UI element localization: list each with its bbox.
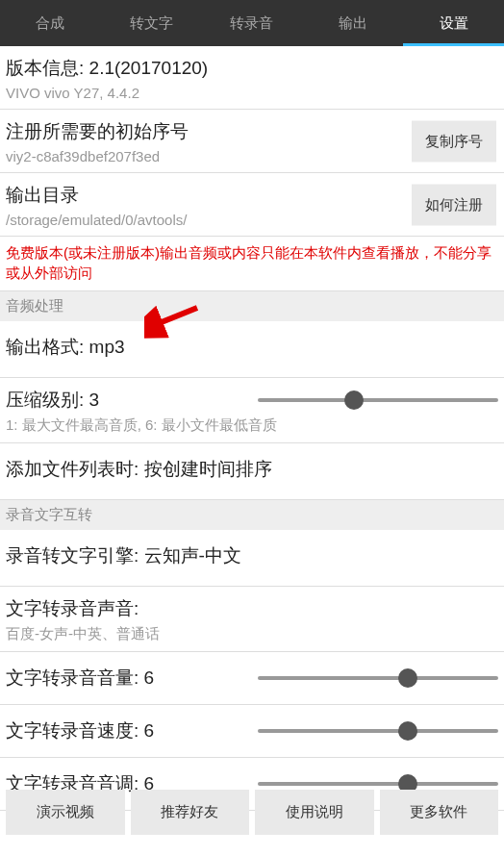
tab-bar: 合成 转文字 转录音 输出 设置 [0,0,504,46]
stt-tts-header: 录音文字互转 [0,500,504,530]
tab-to-audio[interactable]: 转录音 [202,0,303,46]
tts-voice-label: 文字转录音声音: [6,596,498,621]
device-info: VIVO vivo Y27, 4.4.2 [6,85,498,101]
compress-label: 压缩级别: [6,390,89,410]
demo-video-button[interactable]: 演示视频 [6,790,125,835]
output-format-value: mp3 [89,337,125,357]
tts-speed-slider[interactable] [258,721,498,741]
tts-volume-row[interactable]: 文字转录音音量: 6 [0,652,504,705]
copy-serial-button[interactable]: 复制序号 [412,120,496,162]
version-info-row[interactable]: 版本信息: 2.1(20170120) VIVO vivo Y27, 4.4.2 [0,46,504,110]
compress-value: 3 [89,390,100,410]
how-to-register-button[interactable]: 如何注册 [412,184,496,225]
register-serial-row[interactable]: 注册所需要的初始序号 viy2-c8af39dbef207f3ed 复制序号 [0,110,504,173]
add-list-value: 按创建时间排序 [144,459,272,479]
bottom-bar: 演示视频 推荐好友 使用说明 更多软件 [0,790,504,835]
output-format-row[interactable]: 输出格式: mp3 [0,321,504,378]
tts-voice-row[interactable]: 文字转录音声音: 百度-女声-中英、普通话 [0,587,504,652]
recommend-button[interactable]: 推荐好友 [131,790,250,835]
tts-speed-row[interactable]: 文字转录音速度: 6 [0,705,504,758]
instructions-button[interactable]: 使用说明 [255,790,374,835]
more-software-button[interactable]: 更多软件 [380,790,499,835]
tab-synthesize[interactable]: 合成 [0,0,101,46]
tab-settings[interactable]: 设置 [403,0,504,46]
free-version-note: 免费版本(或未注册版本)输出音频或内容只能在本软件内查看播放，不能分享或从外部访… [0,237,504,291]
stt-engine-value: 云知声-中文 [144,545,241,566]
stt-engine-row[interactable]: 录音转文字引擎: 云知声-中文 [0,530,504,587]
tab-output[interactable]: 输出 [302,0,403,46]
output-dir-row[interactable]: 输出目录 /storage/emulated/0/avtools/ 如何注册 [0,173,504,237]
compress-slider[interactable] [258,390,498,410]
tts-speed-value: 6 [144,720,155,741]
tts-volume-slider[interactable] [258,668,498,688]
output-format-label: 输出格式: [6,337,89,357]
add-file-list-row[interactable]: 添加文件列表时: 按创建时间排序 [0,443,504,500]
tab-to-text[interactable]: 转文字 [101,0,202,46]
tts-volume-label: 文字转录音音量: [6,667,144,688]
compress-level-row[interactable]: 压缩级别: 3 1: 最大文件最高音质, 6: 最小文件最低音质 [0,378,504,443]
tts-voice-sub: 百度-女声-中英、普通话 [6,625,498,643]
stt-engine-label: 录音转文字引擎: [6,545,144,566]
compress-sub: 1: 最大文件最高音质, 6: 最小文件最低音质 [6,416,498,435]
tts-speed-label: 文字转录音速度: [6,720,144,741]
add-list-label: 添加文件列表时: [6,459,144,479]
tts-volume-value: 6 [144,667,155,688]
version-title: 版本信息: 2.1(20170120) [6,56,498,81]
audio-processing-header: 音频处理 [0,291,504,321]
